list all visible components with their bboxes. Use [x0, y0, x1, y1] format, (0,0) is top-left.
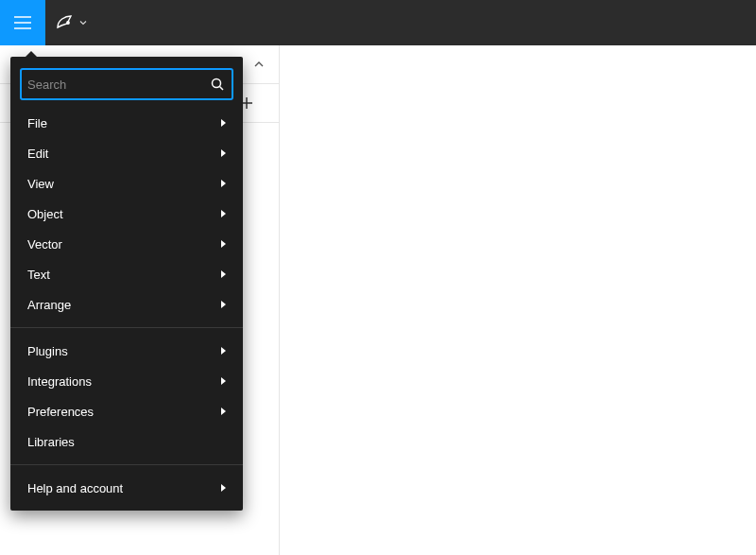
submenu-arrow-icon: [221, 270, 226, 278]
menu-item-label: Plugins: [27, 344, 68, 358]
submenu-arrow-icon: [221, 301, 226, 308]
svg-line-14: [220, 87, 224, 91]
menu-item-label: Help and account: [27, 481, 123, 495]
menu-item-label: Preferences: [27, 405, 94, 419]
svg-point-13: [213, 79, 221, 88]
submenu-arrow-icon: [221, 149, 226, 157]
svg-point-8: [67, 22, 69, 24]
menu-item-view[interactable]: View: [10, 168, 243, 199]
menu-item-libraries[interactable]: Libraries: [10, 426, 243, 457]
canvas[interactable]: [280, 45, 756, 555]
menu-item-integrations[interactable]: Integrations: [10, 366, 243, 396]
menu-item-help-and-account[interactable]: Help and account: [10, 473, 243, 503]
hamburger-icon: [14, 16, 31, 29]
menu-item-file[interactable]: File: [10, 108, 243, 138]
search-icon: [211, 78, 224, 91]
main-menu-button[interactable]: [0, 0, 45, 45]
menu-item-label: File: [27, 116, 47, 130]
submenu-arrow-icon: [221, 408, 226, 415]
panel-collapse-caret-icon: [254, 60, 264, 69]
pen-tool[interactable]: [45, 0, 96, 45]
menu-item-arrange[interactable]: Arrange: [10, 289, 243, 320]
main-menu-dropdown: FileEditViewObjectVectorTextArrangePlugi…: [10, 57, 243, 511]
pen-icon: [55, 13, 74, 32]
menu-item-text[interactable]: Text: [10, 259, 243, 289]
submenu-arrow-icon: [221, 180, 226, 187]
menu-item-vector[interactable]: Vector: [10, 229, 243, 259]
menu-item-label: View: [27, 177, 54, 191]
submenu-arrow-icon: [221, 119, 226, 127]
top-toolbar: [0, 0, 756, 45]
menu-separator: [10, 464, 243, 465]
menu-search-input[interactable]: [27, 78, 211, 92]
submenu-arrow-icon: [221, 240, 226, 248]
menu-item-label: Libraries: [27, 435, 75, 449]
menu-separator: [10, 327, 243, 328]
menu-item-label: Integrations: [27, 374, 92, 389]
submenu-arrow-icon: [221, 347, 226, 355]
menu-item-preferences[interactable]: Preferences: [10, 396, 243, 426]
menu-item-label: Arrange: [27, 298, 71, 312]
menu-item-label: Text: [27, 268, 50, 282]
submenu-arrow-icon: [221, 377, 226, 385]
menu-item-label: Edit: [27, 147, 48, 161]
menu-search-wrap[interactable]: [20, 68, 233, 100]
submenu-arrow-icon: [221, 484, 226, 492]
menu-item-label: Vector: [27, 237, 62, 251]
chevron-down-icon: [77, 19, 87, 26]
menu-item-edit[interactable]: Edit: [10, 138, 243, 168]
menu-item-plugins[interactable]: Plugins: [10, 336, 243, 366]
menu-item-object[interactable]: Object: [10, 199, 243, 229]
menu-item-label: Object: [27, 207, 63, 221]
submenu-arrow-icon: [221, 210, 226, 217]
